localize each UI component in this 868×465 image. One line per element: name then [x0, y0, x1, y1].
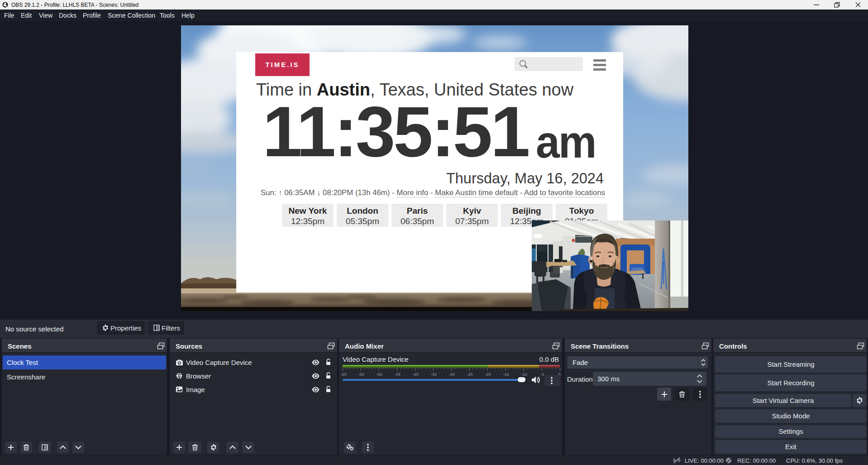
svg-text:-60: -60 — [341, 372, 347, 377]
svg-text:-5: -5 — [540, 372, 544, 377]
svg-text:-45: -45 — [394, 372, 401, 377]
svg-text:-35: -35 — [430, 372, 437, 377]
svg-text:-10: -10 — [521, 372, 527, 377]
svg-text:-25: -25 — [467, 372, 473, 377]
svg-text:-55: -55 — [358, 372, 364, 377]
svg-text:-20: -20 — [485, 372, 491, 377]
svg-text:-30: -30 — [448, 372, 455, 377]
svg-text:-15: -15 — [503, 372, 509, 377]
svg-text:-50: -50 — [376, 372, 382, 377]
svg-text:-40: -40 — [412, 372, 419, 377]
